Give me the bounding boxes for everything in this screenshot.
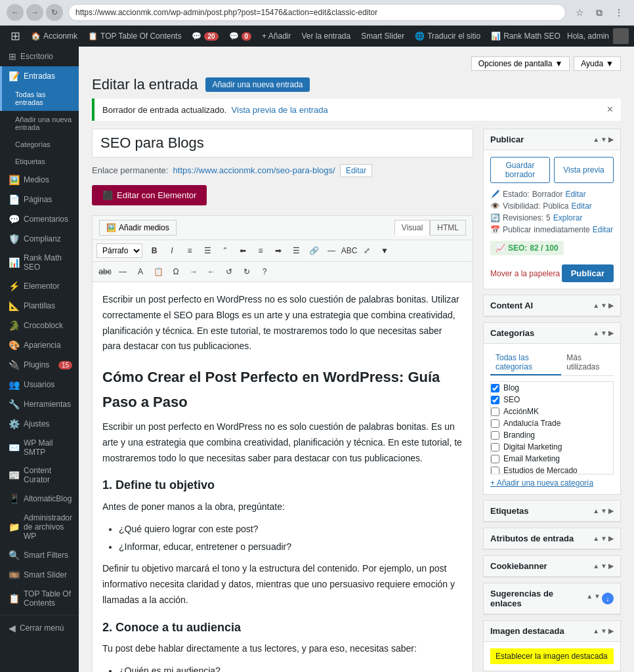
sidebar-item-medios[interactable]: 🖼️ Medios — [0, 170, 79, 190]
imagen-up[interactable]: ▲ — [593, 627, 599, 635]
publish-button[interactable]: Publicar — [562, 264, 614, 282]
sidebar-item-todas-entradas[interactable]: Todas las entradas — [0, 86, 79, 111]
admin-user-area[interactable]: Hola, admin — [567, 28, 629, 44]
visual-tab[interactable]: Visual — [394, 220, 430, 236]
cat-label-accionmk[interactable]: AcciónMK — [503, 407, 539, 416]
sugerencias-info-icon[interactable]: ↓ — [602, 593, 614, 604]
cat-checkbox-blog[interactable] — [491, 384, 499, 392]
sidebar-item-add-entrada[interactable]: Añadir una nueva entrada — [0, 111, 79, 136]
cat-label-digital[interactable]: Digital Marketing — [503, 442, 562, 452]
cat-checkbox-estudios[interactable] — [491, 467, 499, 474]
atributos-up[interactable]: ▲ — [593, 535, 599, 542]
publish-panel-header[interactable]: Publicar ▲ ▼ ▶ — [484, 129, 620, 150]
cat-label-seo[interactable]: SEO — [503, 395, 520, 404]
content-ai-up[interactable]: ▲ — [593, 302, 599, 309]
categories-close[interactable]: ▶ — [608, 329, 614, 337]
paste-button[interactable]: 📋 — [150, 264, 167, 280]
categories-panel-header[interactable]: Categorías ▲ ▼ ▶ — [484, 323, 620, 344]
estado-edit-link[interactable]: Editar — [565, 190, 585, 199]
sidebar-item-paginas[interactable]: 📄 Páginas — [0, 190, 79, 209]
cat-checkbox-andalucia[interactable] — [491, 419, 499, 428]
permalink-url[interactable]: https://www.accionmk.com/seo-para-blogs/ — [173, 165, 335, 175]
cat-label-andalucia[interactable]: Andalucía Trade — [503, 419, 560, 428]
sidebar-item-escritorio[interactable]: ⊞ Escritorio — [0, 47, 79, 66]
elementor-edit-button[interactable]: ⬛ Editar con Elementor — [92, 185, 207, 205]
permalink-edit-button[interactable]: Editar — [340, 164, 372, 177]
cat-checkbox-seo[interactable] — [491, 396, 499, 404]
html-tab[interactable]: HTML — [430, 220, 466, 236]
sidebar-item-rankmath[interactable]: 📊 Rank Math SEO — [0, 249, 79, 276]
content-ai-close[interactable]: ▶ — [608, 302, 614, 309]
blockquote-button[interactable]: " — [217, 243, 234, 259]
sidebar-item-herramientas[interactable]: 🔧 Herramientas — [0, 394, 79, 414]
publish-panel-down-arrow[interactable]: ▼ — [601, 136, 607, 143]
preview-button[interactable]: Vista previa — [554, 157, 614, 183]
admin-bar-comments[interactable]: 💬 20 — [186, 26, 223, 47]
cat-checkbox-digital[interactable] — [491, 443, 499, 452]
publish-panel-close-arrow[interactable]: ▶ — [608, 136, 614, 143]
add-category-link[interactable]: + Añadir una nueva categoría — [490, 478, 614, 488]
atributos-header[interactable]: Atributos de entrada ▲ ▼ ▶ — [484, 528, 620, 549]
sidebar-item-smart-filters[interactable]: 🔍 Smart Filters — [0, 545, 79, 565]
categories-up[interactable]: ▲ — [593, 329, 599, 337]
admin-bar-pending[interactable]: 💬 0 — [224, 26, 257, 47]
align-right-button[interactable]: ➡ — [270, 243, 287, 259]
add-media-button[interactable]: 🖼️ Añadir medios — [99, 220, 177, 236]
redo-button[interactable]: ↻ — [238, 264, 255, 280]
italic-button[interactable]: I — [163, 243, 180, 259]
options-pantalla-button[interactable]: Opciones de pantalla ▼ — [471, 56, 570, 71]
align-justify-button[interactable]: ☰ — [287, 243, 305, 259]
atributos-down[interactable]: ▼ — [601, 535, 607, 542]
undo-button[interactable]: ↺ — [221, 264, 238, 280]
indent-button[interactable]: → — [185, 264, 202, 280]
menu-button[interactable]: ⋮ — [610, 4, 627, 21]
bold-button[interactable]: B — [146, 243, 163, 259]
back-button[interactable]: ← — [7, 4, 24, 21]
admin-bar-smart-slider[interactable]: Smart Slider — [356, 26, 410, 47]
publish-panel-up-arrow[interactable]: ▲ — [593, 136, 599, 143]
add-new-button[interactable]: Añadir una nueva entrada — [205, 77, 309, 92]
cat-checkbox-accionmk[interactable] — [491, 408, 499, 416]
post-title-input[interactable] — [92, 129, 473, 158]
sidebar-item-elementor[interactable]: ⚡ Elementor — [0, 276, 79, 296]
admin-bar-add[interactable]: + Añadir — [257, 26, 296, 47]
sidebar-item-ajustes[interactable]: ⚙️ Ajustes — [0, 414, 79, 434]
hr-button[interactable]: — — [114, 264, 131, 280]
sidebar-item-crocoblock[interactable]: 🐊 Crocoblock — [0, 316, 79, 335]
text-color-button[interactable]: A — [132, 264, 149, 280]
sidebar-item-usuarios[interactable]: 👥 Usuarios — [0, 375, 79, 394]
imagen-header[interactable]: Imagen destacada ▲ ▼ ▶ — [484, 621, 620, 642]
align-center-button[interactable]: ≡ — [252, 243, 269, 259]
sidebar-item-toc[interactable]: 📋 TOP Table Of Contents — [0, 585, 79, 612]
cat-label-estudios[interactable]: Estudios de Mercado — [503, 466, 578, 474]
visibilidad-edit-link[interactable]: Editar — [572, 201, 592, 211]
sidebar-item-cerrar[interactable]: ◀ Cerrar menú — [0, 618, 79, 638]
forward-button[interactable]: → — [26, 4, 43, 21]
sidebar-item-complianz[interactable]: 🛡️ Complianz — [0, 229, 79, 249]
sidebar-item-altomaticblog[interactable]: 📱 AltomaticBlog — [0, 489, 79, 509]
symbol-button[interactable]: Ω — [167, 264, 184, 280]
set-featured-image-button[interactable]: Establecer la imagen destacada — [490, 648, 614, 664]
ul-button[interactable]: ≡ — [181, 243, 198, 259]
etiquetas-up[interactable]: ▲ — [593, 507, 599, 514]
ol-button[interactable]: ☰ — [199, 243, 216, 259]
sugerencias-up[interactable]: ▲ — [586, 593, 593, 604]
notice-close-button[interactable]: × — [607, 104, 613, 116]
align-left-button[interactable]: ⬅ — [234, 243, 251, 259]
admin-bar-view[interactable]: Ver la entrada — [296, 26, 356, 47]
sidebar-item-admin-archivos[interactable]: 📁 Administrador de archivos WP — [0, 509, 79, 545]
help-shortcut-button[interactable]: ? — [256, 264, 273, 280]
notice-preview-link[interactable]: Vista previa de la entrada — [232, 105, 328, 115]
admin-bar-toc[interactable]: 📋 TOP Table Of Contents — [83, 26, 186, 47]
refresh-button[interactable]: ↻ — [46, 4, 63, 21]
publicar-edit-link[interactable]: Editar — [593, 225, 613, 234]
content-ai-header[interactable]: Content AI ▲ ▼ ▶ — [484, 295, 620, 316]
sidebar-item-smart-slider[interactable]: 🎞️ Smart Slider — [0, 565, 79, 585]
toolbar-toggle-button[interactable]: ▼ — [376, 243, 393, 259]
cat-label-branding[interactable]: Branding — [503, 430, 535, 440]
etiquetas-header[interactable]: Etiquetas ▲ ▼ ▶ — [484, 501, 620, 522]
sidebar-item-plugins[interactable]: 🔌 Plugins 15 — [0, 355, 79, 375]
content-ai-down[interactable]: ▼ — [601, 302, 607, 309]
strikethrough-button[interactable]: abc — [96, 264, 114, 280]
editor-content-area[interactable]: Escribir un post perfecto en WordPress n… — [93, 282, 473, 672]
